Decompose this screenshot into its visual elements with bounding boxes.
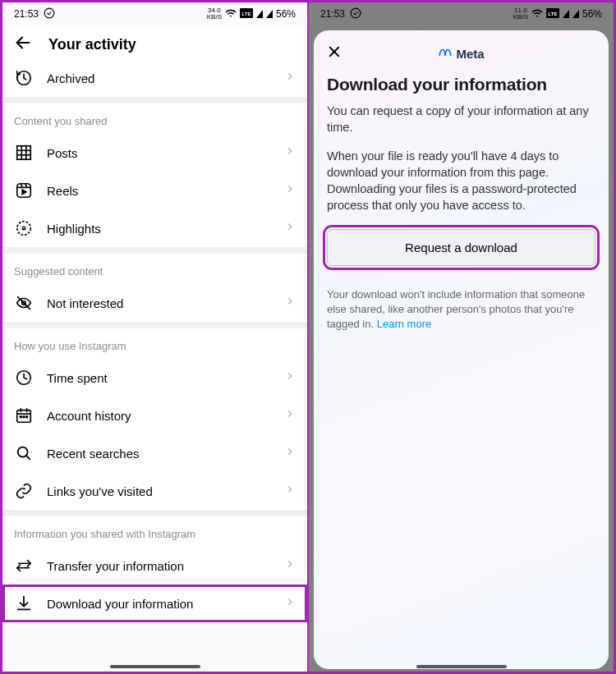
request-download-button[interactable]: Request a download	[327, 229, 595, 266]
status-time: 21:53	[320, 8, 345, 20]
chevron-right-icon	[284, 446, 296, 461]
row-label: Archived	[47, 71, 271, 85]
meta-brand-text: Meta	[456, 47, 484, 61]
battery-percent: 56%	[582, 8, 602, 20]
status-time: 21:53	[14, 8, 39, 20]
network-speed: 11.0KB/S	[513, 7, 528, 21]
chevron-right-icon	[284, 71, 296, 85]
phone-your-activity: 21:53 34.0KB/S LTE 56% Your activity	[0, 0, 308, 674]
meta-logo: Meta	[438, 46, 484, 61]
reels-icon	[14, 181, 34, 200]
sheet-heading: Download your information	[327, 75, 595, 94]
highlights-icon	[14, 218, 34, 238]
chevron-right-icon	[284, 370, 296, 385]
row-label: Transfer your information	[47, 559, 271, 573]
row-recent-searches[interactable]: Recent searches	[2, 434, 307, 472]
chevron-right-icon	[284, 183, 296, 198]
chevron-right-icon	[284, 221, 296, 236]
note-text: Your download won't include information …	[327, 288, 585, 330]
volte-badge-icon: LTE	[546, 8, 559, 21]
section-label: Information you shared with Instagram	[2, 516, 307, 547]
transfer-icon	[14, 556, 34, 575]
check-circle-icon	[350, 7, 361, 21]
svg-rect-5	[17, 146, 31, 160]
row-label: Recent searches	[47, 447, 271, 461]
row-label: Highlights	[47, 222, 271, 236]
download-sheet: Meta Download your information You can r…	[314, 30, 609, 669]
svg-point-0	[44, 8, 54, 18]
battery-percent: 56%	[276, 8, 296, 20]
learn-more-link[interactable]: Learn more	[377, 318, 431, 330]
close-icon[interactable]	[327, 44, 342, 62]
check-circle-icon	[44, 7, 55, 21]
eye-off-icon	[14, 293, 34, 313]
chevron-right-icon	[284, 558, 296, 573]
svg-text:LTE: LTE	[549, 11, 558, 16]
row-label: Links you've visited	[47, 484, 271, 498]
chevron-right-icon	[284, 484, 296, 498]
row-links-visited[interactable]: Links you've visited	[2, 472, 307, 510]
sheet-note: Your download won't include information …	[327, 287, 595, 332]
chevron-right-icon	[284, 145, 296, 160]
download-icon	[14, 594, 34, 613]
section-label: Content you shared	[2, 103, 307, 134]
network-speed: 34.0KB/S	[207, 7, 222, 21]
chevron-right-icon	[284, 296, 296, 310]
svg-point-34	[351, 8, 361, 18]
activity-content: Your activity Archived Content you share…	[2, 25, 307, 672]
row-archived[interactable]: Archived	[2, 59, 307, 97]
volte-badge-icon: LTE	[240, 8, 253, 21]
status-bar: 21:53 34.0KB/S LTE 56%	[2, 2, 307, 25]
svg-point-25	[20, 416, 21, 418]
signal-icon-2	[572, 10, 579, 18]
wifi-icon	[531, 7, 543, 21]
nav-handle[interactable]	[416, 665, 507, 668]
page-title: Your activity	[48, 36, 136, 53]
row-label: Time spent	[47, 371, 271, 385]
link-icon	[14, 481, 34, 501]
svg-line-29	[26, 456, 30, 459]
svg-text:LTE: LTE	[242, 11, 251, 16]
row-transfer-info[interactable]: Transfer your information	[2, 547, 307, 585]
wifi-icon	[225, 7, 237, 21]
row-label: Reels	[47, 184, 271, 198]
row-account-history[interactable]: Account history	[2, 397, 307, 434]
chevron-right-icon	[284, 408, 296, 423]
header: Your activity	[2, 25, 307, 59]
nav-handle[interactable]	[110, 665, 200, 668]
row-label: Posts	[47, 146, 271, 160]
svg-point-26	[23, 416, 25, 418]
svg-marker-14	[22, 190, 26, 195]
row-posts[interactable]: Posts	[2, 134, 307, 172]
row-download-info[interactable]: Download your information	[2, 585, 307, 622]
search-icon	[14, 443, 34, 463]
sheet-para-1: You can request a copy of your informati…	[327, 103, 595, 136]
row-reels[interactable]: Reels	[2, 172, 307, 209]
svg-point-27	[26, 416, 28, 418]
calendar-icon	[14, 406, 34, 425]
row-highlights[interactable]: Highlights	[2, 209, 307, 247]
row-label: Not interested	[47, 296, 271, 310]
sheet-para-2: When your file is ready you'll have 4 da…	[327, 148, 595, 214]
clock-icon	[14, 368, 34, 387]
signal-icon	[563, 10, 569, 18]
chevron-right-icon	[284, 596, 296, 611]
row-not-interested[interactable]: Not interested	[2, 284, 307, 322]
section-label: Suggested content	[2, 254, 307, 284]
signal-icon	[256, 10, 263, 18]
back-arrow-icon[interactable]	[14, 34, 32, 55]
phone-download-info: 21:53 11.0KB/S LTE 56% Meta	[308, 0, 616, 674]
row-label: Download your information	[47, 597, 271, 611]
archive-icon	[14, 68, 34, 88]
row-time-spent[interactable]: Time spent	[2, 359, 307, 397]
section-label: How you use Instagram	[2, 328, 307, 359]
signal-icon-2	[266, 10, 273, 18]
status-bar: 21:53 11.0KB/S LTE 56%	[309, 2, 614, 25]
row-label: Account history	[47, 409, 271, 423]
grid-icon	[14, 143, 34, 163]
